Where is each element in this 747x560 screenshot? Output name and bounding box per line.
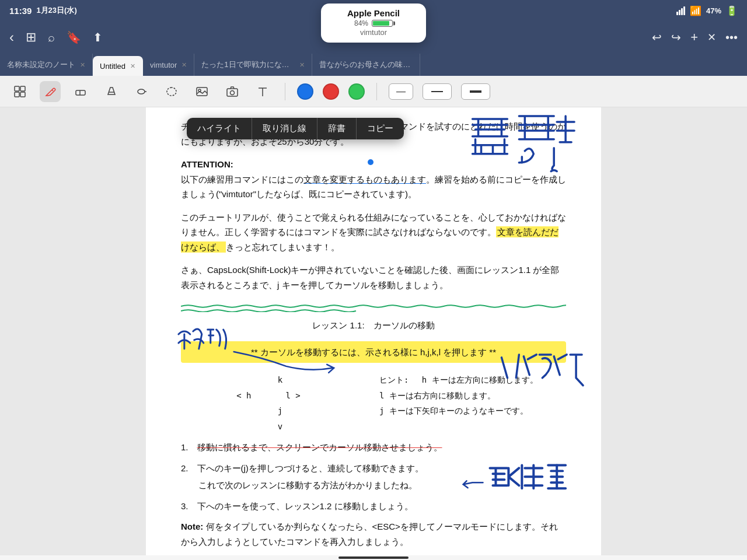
para-3: このチュートリアルが、使うことで覚えられる仕組みになっていることを、心しておかな…: [181, 210, 566, 255]
tab-3[interactable]: vimtutor ✕: [143, 54, 194, 76]
note-block: Note: 何をタイプしているか判らなくなったら、<ESC>を押してノーマルモー…: [181, 519, 566, 549]
battery-icon: 🔋: [726, 5, 738, 16]
context-menu: ハイライト 取り消し線 辞書 コピー: [187, 118, 404, 139]
pencil-battery-fill: [373, 21, 389, 26]
step-3: 3. 下へのキーを使って、レッスン1.2 に移動しましょう。: [181, 499, 566, 514]
document-area: チュートリアルを完了するのに必要な時間は、覚えたコマンドを試すのにどれだけ時間を…: [146, 107, 601, 555]
ctx-strikethrough[interactable]: 取り消し線: [252, 118, 317, 139]
tab-2-close[interactable]: ✕: [130, 62, 135, 70]
steps: 1. 移動に慣れるまで、スクリーンでカーソル移動させましょう。 2. 下へのキー…: [181, 440, 566, 513]
hint-k: ヒント: h キーは左方向に移動します。: [344, 372, 566, 388]
step-1: 1. 移動に慣れるまで、スクリーンでカーソル移動させましょう。: [181, 440, 566, 455]
status-icons: 📶 47% 🔋: [676, 5, 738, 16]
attention-label: ATTENTION:: [181, 159, 233, 169]
svg-point-12: [231, 90, 235, 94]
hint-l: l キーは右方向に移動します。: [344, 388, 566, 404]
tool-text[interactable]: [252, 81, 273, 102]
pencil-tooltip: Apple Pencil 84% vimtutor: [321, 4, 426, 43]
search-button[interactable]: ⌕: [48, 31, 55, 44]
svg-rect-3: [20, 92, 25, 97]
key-j-row: j: [181, 403, 344, 419]
back-button[interactable]: ‹: [9, 29, 14, 46]
hint-j: j キーは下矢印キーのようなキーです。: [344, 403, 566, 419]
tab-1-close[interactable]: ✕: [80, 61, 85, 69]
tab-3-close[interactable]: ✕: [181, 61, 187, 69]
svg-rect-4: [76, 90, 85, 95]
time-display: 11:39: [9, 6, 32, 16]
home-indicator: [338, 556, 409, 559]
more-button[interactable]: •••: [725, 31, 738, 44]
drawing-toolbar: —: [0, 76, 747, 107]
toolbar-right: ↩ ↪ + ✕ •••: [652, 30, 738, 45]
tab-2-label: Untitled: [100, 62, 125, 71]
toolbar-divider-1: [285, 83, 285, 100]
svg-point-7: [138, 89, 145, 94]
tool-camera[interactable]: [222, 81, 243, 102]
tab-4-close[interactable]: ✕: [299, 61, 305, 69]
line-width-minus[interactable]: —: [389, 83, 413, 100]
hjkl-diagram: k ヒント: h キーは左方向に移動します。 < h l > l キーは右方向に…: [181, 372, 566, 434]
svg-rect-0: [15, 86, 19, 91]
ctx-dictionary[interactable]: 辞書: [317, 118, 357, 139]
pencil-battery-row: 84%: [333, 19, 414, 27]
bookmark-button[interactable]: 🔖: [67, 30, 81, 44]
tool-eraser[interactable]: [70, 81, 91, 102]
ctx-copy[interactable]: コピー: [357, 118, 404, 139]
redo-button[interactable]: ↪: [671, 30, 681, 44]
line-width-thick[interactable]: [461, 83, 490, 100]
step-2b: これで次のレッスンに移動する方法がわかりましたね。: [198, 478, 566, 493]
tool-marker[interactable]: [131, 81, 152, 102]
tab-2[interactable]: Untitled ✕: [93, 56, 143, 76]
tool-grid[interactable]: [9, 81, 30, 102]
note-text: 何をタイプしているか判らなくなったら、<ESC>を押してノーマルモードにします。…: [181, 522, 558, 547]
tab-1-label: 名称未設定のノート: [7, 60, 75, 70]
tool-image[interactable]: [191, 81, 212, 102]
tab-5-label: 昔ながらのお母さんの味-ずっと作りつづ…: [319, 60, 413, 70]
main-content: ハイライト 取り消し線 辞書 コピー チュートリアルを完了するのに必要な時間は、…: [0, 107, 747, 555]
step-2: 2. 下へのキー(j)を押しつづけると、連続して移動できます。: [181, 461, 566, 476]
highlight-text: 文章を読んだだけならば、: [181, 226, 558, 253]
color-blue[interactable]: [297, 83, 313, 100]
undo-button[interactable]: ↩: [652, 30, 662, 44]
toolbar-divider-2: [376, 83, 377, 100]
color-red[interactable]: [323, 83, 339, 100]
key-v-row: v: [181, 419, 344, 435]
key-k-row: k: [181, 372, 344, 388]
tool-pen[interactable]: [40, 81, 61, 102]
note-label: Note:: [181, 522, 203, 531]
line-width-mid[interactable]: [423, 83, 452, 100]
tab-4[interactable]: たった1日で即戦力になるExcelの教科書… ✕: [194, 54, 312, 76]
pencil-battery-bar: [372, 20, 393, 27]
svg-rect-2: [15, 92, 19, 97]
ctx-highlight[interactable]: ハイライト: [187, 118, 252, 139]
para-4: さぁ、CapsLock(Shift-Lock)キーが押されていないことを確認した…: [181, 262, 566, 292]
tab-5[interactable]: 昔ながらのお母さんの味-ずっと作りつづ…: [312, 54, 420, 76]
share-button[interactable]: ⬆: [93, 30, 103, 44]
grid-button[interactable]: ⊞: [26, 30, 36, 45]
step-1-text: 1. 移動に慣れるまで、スクリーンでカーソル移動させましょう。: [181, 442, 442, 452]
pencil-title: Apple Pencil: [333, 8, 414, 18]
lesson-main: ** カーソルを移動するには、示される様に h,j,k,l を押します **: [181, 341, 566, 363]
pencil-battery-pct: 84%: [354, 19, 368, 27]
tabs-bar: 名称未設定のノート ✕ Untitled ✕ vimtutor ✕ たった1日で…: [0, 54, 747, 76]
tab-1[interactable]: 名称未設定のノート ✕: [0, 54, 93, 76]
wavy-decoration: [181, 300, 566, 312]
lesson-heading: レッスン 1.1: カーソルの移動: [181, 318, 566, 333]
para-2: 以下の練習用コマンドにはこの文章を変更するものもあります。練習を始める前にコピー…: [181, 174, 566, 200]
tool-lasso[interactable]: [161, 81, 182, 102]
wifi-icon: 📶: [690, 5, 701, 16]
text-selection-dot: [368, 159, 374, 165]
hint-v-empty: [344, 419, 566, 435]
tab-3-label: vimtutor: [150, 61, 177, 69]
tool-pencil[interactable]: [100, 81, 121, 102]
key-hl-row: < h l >: [181, 388, 344, 404]
attention-block: ATTENTION: 以下の練習用コマンドにはこの文章を変更するものもあります。…: [181, 157, 566, 202]
date-display: 1月23日(水): [36, 5, 76, 16]
add-button[interactable]: +: [690, 30, 698, 45]
color-green[interactable]: [348, 83, 365, 100]
battery-display: 47%: [706, 6, 721, 15]
close-button[interactable]: ✕: [707, 31, 716, 44]
home-bar: [0, 555, 747, 560]
tab-4-label: たった1日で即戦力になるExcelの教科書…: [201, 60, 295, 70]
svg-rect-1: [20, 86, 25, 91]
